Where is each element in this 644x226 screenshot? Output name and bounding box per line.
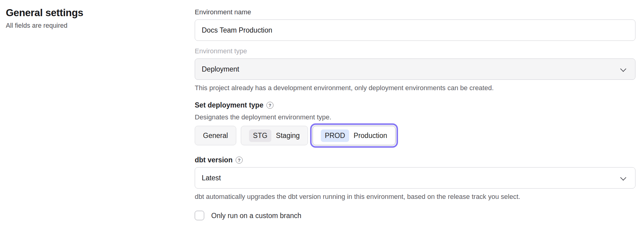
dbt-version-helper: dbt automatically upgrades the dbt versi… [195,192,635,201]
settings-header: General settings All fields are required [6,7,137,30]
deployment-type-general-label: General [203,132,228,140]
custom-branch-label: Only run on a custom branch [211,211,301,220]
help-circle-icon[interactable]: ? [266,102,273,109]
deployment-type-production-button[interactable]: PROD Production [313,126,395,145]
dbt-version-header: dbt version ? [195,156,635,164]
environment-name-input[interactable] [195,19,635,41]
custom-branch-row[interactable]: Only run on a custom branch [195,211,635,220]
chevron-down-icon [620,66,626,72]
deployment-type-title: Set deployment type [195,101,263,109]
custom-branch-checkbox[interactable] [195,211,204,220]
environment-name-label: Environment name [195,8,635,16]
environment-type-helper: This project already has a development e… [195,84,635,92]
help-circle-icon[interactable]: ? [236,157,243,164]
deployment-type-production-label: Production [354,132,387,140]
deployment-type-general-button[interactable]: General [195,126,236,145]
production-badge: PROD [321,129,349,142]
deployment-type-staging-label: Staging [276,132,300,140]
dbt-version-value: Latest [202,174,221,182]
deployment-type-description: Designates the deployment environment ty… [195,113,635,122]
environment-type-label: Environment type [195,47,635,55]
environment-type-select: Deployment [195,58,635,80]
deployment-type-staging-button[interactable]: STG Staging [241,126,308,145]
page-title: General settings [6,7,137,19]
page-subtitle: All fields are required [6,22,137,30]
environment-type-value: Deployment [202,65,239,73]
staging-badge: STG [249,129,271,142]
chevron-down-icon [620,175,626,181]
dbt-version-select[interactable]: Latest [195,167,635,189]
dbt-version-title: dbt version [195,156,233,164]
deployment-type-options: General STG Staging PROD Production [195,126,635,145]
deployment-type-header: Set deployment type ? [195,101,635,109]
general-settings-form: Environment name Environment type Deploy… [195,8,635,220]
